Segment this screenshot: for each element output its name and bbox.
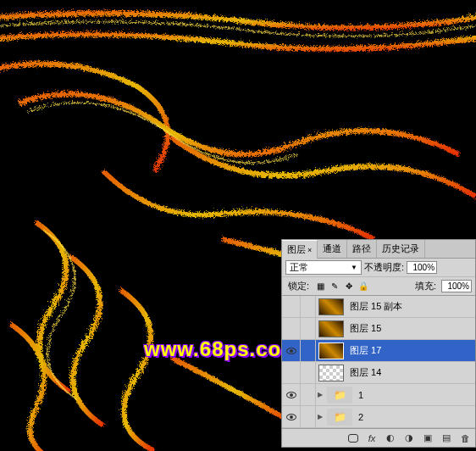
lock-label: 锁定: <box>288 280 309 292</box>
tab-close-icon[interactable]: × <box>307 246 312 254</box>
tab-paths[interactable]: 路径 <box>347 240 377 258</box>
layers-panel: 图层× 通道 路径 历史记录 正常▼ 不透明度: 100% 锁定: ▦ ✎ ✥ … <box>281 239 476 448</box>
visibility-toggle[interactable] <box>282 296 301 318</box>
layer-thumbnail[interactable] <box>318 320 344 337</box>
layer-list: 图层 15 副本 图层 15 图层 17 图层 14 ▶ 📁 1 <box>282 296 475 428</box>
folder-icon[interactable]: 📁 <box>327 387 352 404</box>
link-col[interactable] <box>301 384 316 406</box>
layer-thumbnail[interactable] <box>318 365 344 381</box>
blend-mode-select[interactable]: 正常▼ <box>285 260 362 275</box>
lock-transparency-icon[interactable]: ▦ <box>314 281 326 292</box>
tab-channels[interactable]: 通道 <box>318 240 347 258</box>
mask-icon[interactable]: ◐ <box>384 432 397 445</box>
layer-group-row[interactable]: ▶ 📁 2 <box>282 406 475 428</box>
layer-thumbnail[interactable] <box>318 298 344 315</box>
expand-arrow-icon[interactable]: ▶ <box>316 413 324 420</box>
layer-name[interactable]: 2 <box>355 412 475 422</box>
link-layers-icon[interactable] <box>346 432 360 445</box>
layer-row[interactable]: 图层 15 <box>282 318 475 340</box>
layer-name[interactable]: 图层 14 <box>346 366 475 379</box>
eye-icon <box>286 348 296 354</box>
tab-history[interactable]: 历史记录 <box>377 240 425 258</box>
visibility-toggle[interactable] <box>282 340 301 362</box>
lock-move-icon[interactable]: ✥ <box>343 281 355 292</box>
tab-layers[interactable]: 图层× <box>282 240 318 259</box>
link-col[interactable] <box>301 318 316 340</box>
layer-group-row[interactable]: ▶ 📁 1 <box>282 384 475 406</box>
layer-row[interactable]: 图层 15 副本 <box>282 296 475 318</box>
trash-icon[interactable]: 🗑 <box>458 432 472 445</box>
panel-bottom-bar: fx ◐ ◑ ▣ ▤ 🗑 <box>282 428 475 447</box>
layer-row[interactable]: 图层 14 <box>282 362 475 384</box>
visibility-toggle[interactable] <box>282 318 301 340</box>
lock-brush-icon[interactable]: ✎ <box>329 281 340 292</box>
folder-icon[interactable]: 📁 <box>327 409 352 426</box>
layer-name[interactable]: 图层 17 <box>346 344 475 357</box>
link-col[interactable] <box>301 362 316 384</box>
visibility-toggle[interactable] <box>282 406 301 428</box>
dropdown-arrow-icon: ▼ <box>351 264 357 271</box>
opacity-label: 不透明度: <box>364 261 404 274</box>
link-col[interactable] <box>301 296 316 318</box>
layer-name[interactable]: 1 <box>355 390 475 400</box>
new-layer-icon[interactable]: ▤ <box>440 432 453 445</box>
blend-opacity-row: 正常▼ 不透明度: 100% <box>282 259 475 277</box>
eye-icon <box>286 414 296 420</box>
panel-tabs: 图层× 通道 路径 历史记录 <box>282 240 475 259</box>
watermark-text: www.68ps.com <box>144 337 301 361</box>
lock-all-icon[interactable]: 🔒 <box>357 281 369 292</box>
layer-row-selected[interactable]: 图层 17 <box>282 340 475 362</box>
visibility-toggle[interactable] <box>282 362 301 384</box>
lock-fill-row: 锁定: ▦ ✎ ✥ 🔒 填充: 100% <box>282 277 475 296</box>
fill-label: 填充: <box>415 280 436 292</box>
opacity-input[interactable]: 100% <box>407 261 437 274</box>
fx-icon[interactable]: fx <box>365 432 379 445</box>
layer-thumbnail[interactable] <box>318 342 344 359</box>
visibility-toggle[interactable] <box>282 384 301 406</box>
layer-name[interactable]: 图层 15 <box>346 322 475 335</box>
link-col[interactable] <box>301 340 316 362</box>
layer-name[interactable]: 图层 15 副本 <box>346 300 475 313</box>
adjustment-icon[interactable]: ◑ <box>402 432 416 445</box>
eye-icon <box>286 392 296 398</box>
group-icon[interactable]: ▣ <box>421 432 434 445</box>
expand-arrow-icon[interactable]: ▶ <box>316 391 324 398</box>
fill-input[interactable]: 100% <box>441 280 472 292</box>
link-col[interactable] <box>301 406 316 428</box>
